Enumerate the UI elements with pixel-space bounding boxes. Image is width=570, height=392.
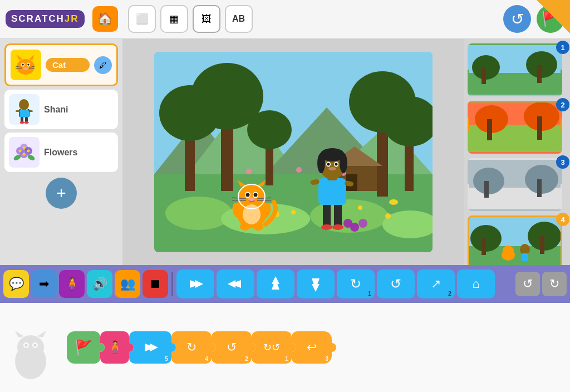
svg-rect-110: [537, 65, 542, 83]
svg-point-61: [385, 213, 391, 219]
svg-marker-3: [29, 55, 35, 60]
svg-rect-88: [323, 202, 331, 227]
cat-avatar: [11, 50, 41, 80]
trigger-end-block[interactable]: ⏹: [142, 270, 168, 298]
svg-point-28: [27, 154, 36, 161]
svg-rect-89: [334, 202, 342, 227]
svg-point-66: [246, 169, 252, 174]
svg-point-31: [27, 150, 30, 153]
page-3-thumb[interactable]: 3: [468, 158, 567, 211]
page-4-preview: [468, 215, 562, 265]
svg-rect-127: [481, 238, 486, 255]
svg-point-30: [23, 146, 26, 149]
page-2-preview: [468, 101, 562, 154]
page-4-number: 4: [556, 213, 569, 226]
code-loop-2-block[interactable]: ↺ 2: [212, 331, 252, 364]
code-chain: 🚩 🧍 5 ↻ 4 ↺ 2 ↻↺ 1 ↩ 3: [67, 331, 332, 364]
svg-rect-116: [537, 116, 542, 140]
stage-area: [122, 39, 464, 265]
page-1-preview: [468, 43, 562, 96]
svg-rect-21: [16, 110, 19, 112]
stage[interactable]: [154, 52, 433, 252]
svg-rect-122: [537, 179, 542, 197]
svg-marker-2: [17, 55, 22, 60]
svg-marker-136: [228, 280, 235, 288]
code-loop-4-block[interactable]: ↻ 4: [171, 331, 212, 364]
svg-point-130: [503, 246, 514, 256]
shani-name: Shani: [44, 105, 114, 115]
svg-point-8: [23, 67, 28, 70]
svg-rect-121: [484, 181, 489, 198]
cat-ghost: [8, 331, 53, 386]
trigger-speech-block[interactable]: 💬: [3, 270, 29, 298]
svg-point-63: [358, 219, 367, 228]
cat-name: Cat: [46, 58, 90, 72]
coding-area: 🚩 🧍 5 ↻ 4 ↺ 2 ↻↺ 1 ↩ 3: [0, 303, 570, 392]
svg-point-65: [389, 199, 398, 205]
turn-ccw-block[interactable]: ↺: [377, 270, 415, 298]
shani-avatar: [9, 94, 40, 125]
blocks-bar: 💬 ➡ 🧍 🔊 👥 ⏹ ↻1 ↺ ↗2 ⌂ ↺ ↻: [0, 265, 570, 303]
svg-point-103: [335, 163, 338, 166]
svg-point-102: [327, 163, 330, 166]
home-button[interactable]: 🏠: [92, 6, 118, 32]
svg-point-148: [34, 344, 37, 347]
svg-marker-134: [195, 280, 203, 288]
svg-point-64: [343, 219, 352, 228]
svg-marker-138: [272, 276, 279, 284]
svg-point-147: [25, 344, 28, 347]
grid-view-button[interactable]: ⬜: [128, 5, 156, 33]
top-bar: SCRATCHJR 🏠 ⬜ ▦ 🖼 AB ↺ 🚩: [0, 0, 570, 39]
code-end-block[interactable]: ↩ 3: [292, 331, 332, 364]
reset-button[interactable]: ↺: [503, 5, 531, 33]
undo-button[interactable]: ↺: [515, 272, 540, 296]
move-down-block[interactable]: [297, 270, 335, 298]
svg-rect-22: [29, 110, 33, 112]
svg-point-19: [20, 121, 24, 124]
page-1-thumb[interactable]: 1: [468, 43, 567, 96]
svg-rect-92: [318, 178, 346, 205]
add-character-button[interactable]: +: [46, 178, 77, 209]
svg-point-20: [24, 121, 29, 124]
svg-point-13: [19, 99, 29, 110]
turn-cw-block[interactable]: ↻1: [337, 270, 375, 298]
redo-button[interactable]: ↻: [542, 272, 567, 296]
svg-marker-144: [37, 331, 46, 337]
character-cat[interactable]: Cat 🖊: [4, 43, 118, 86]
trigger-move-block[interactable]: ➡: [31, 270, 57, 298]
trigger-look-block[interactable]: 🧍: [59, 270, 85, 298]
logo: SCRATCHJR: [6, 10, 85, 28]
logo-text: SCRATCHJR: [11, 13, 79, 24]
move-left-block[interactable]: [217, 270, 254, 298]
code-combo-block[interactable]: ↻↺ 1: [252, 331, 292, 364]
svg-point-6: [22, 63, 24, 66]
text-button[interactable]: AB: [225, 5, 253, 33]
move-up-block[interactable]: [257, 270, 294, 298]
trigger-sound-block[interactable]: 🔊: [87, 270, 112, 298]
blocks-divider: [171, 272, 173, 296]
character-flowers[interactable]: Flowers: [4, 133, 118, 172]
cat-edit-button[interactable]: 🖊: [94, 56, 112, 74]
move-right-block[interactable]: [176, 270, 214, 298]
svg-point-85: [240, 223, 250, 231]
code-walk-block[interactable]: 5: [129, 331, 171, 364]
code-flag-trigger[interactable]: 🚩: [67, 331, 100, 364]
hop-block[interactable]: ↗2: [417, 270, 455, 298]
svg-point-32: [23, 153, 26, 156]
trigger-control-block[interactable]: 👥: [115, 270, 140, 298]
page-4-thumb[interactable]: 4: [468, 215, 567, 265]
svg-point-68: [296, 167, 302, 173]
scene-button[interactable]: 🖼: [193, 5, 220, 33]
character-shani[interactable]: Shani: [4, 90, 118, 129]
svg-point-91: [332, 224, 343, 230]
svg-point-48: [247, 110, 292, 149]
svg-point-90: [321, 224, 332, 230]
flowers-avatar: [9, 137, 40, 168]
lines-view-button[interactable]: ▦: [160, 5, 188, 33]
go-home-block[interactable]: ⌂: [457, 270, 495, 298]
svg-marker-143: [15, 331, 24, 337]
svg-point-104: [328, 167, 336, 170]
svg-marker-140: [312, 284, 320, 292]
svg-point-99: [320, 148, 345, 161]
page-2-thumb[interactable]: 2: [468, 101, 567, 154]
